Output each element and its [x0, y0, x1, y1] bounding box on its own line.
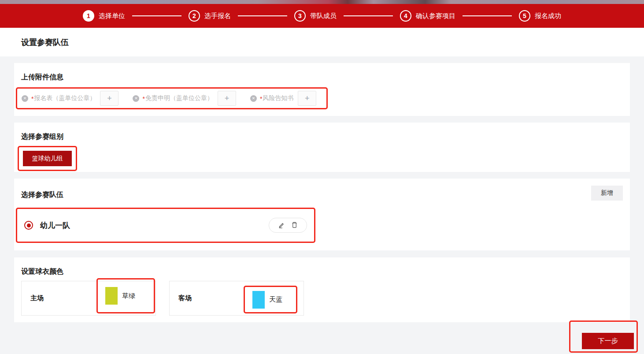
delete-team-button[interactable] [291, 221, 298, 230]
add-file-button[interactable]: + [218, 91, 236, 106]
team-actions-group [269, 218, 307, 233]
clear-status-icon: ✕ [133, 95, 139, 102]
step-connector-line [132, 15, 181, 16]
section-heading-jersey: 设置球衣颜色 [14, 257, 630, 276]
step-select-unit: 1 选择单位 [83, 10, 125, 22]
pencil-icon [278, 221, 285, 230]
section-heading-uploads: 上传附件信息 [14, 63, 630, 82]
step-confirm-events: 4 确认参赛项目 [400, 10, 455, 22]
step-label: 选择单位 [99, 12, 125, 20]
section-heading-group: 选择参赛组别 [14, 123, 630, 142]
upload-item-registration-form: ✕ * 报名表（盖单位公章） + [22, 91, 118, 106]
clear-status-icon: ✕ [22, 95, 28, 102]
home-label: 主场 [30, 294, 44, 302]
step-label: 选手报名 [204, 12, 231, 20]
group-basketball-kids-button[interactable]: 篮球幼儿组 [23, 151, 72, 166]
upload-item-disclaimer: ✕ * 免责申明（盖单位公章） + [133, 91, 236, 106]
required-mark: * [260, 95, 262, 102]
upload-label: 免责申明（盖单位公章） [145, 94, 213, 102]
home-color-swatch[interactable] [105, 287, 118, 305]
away-jersey-box: 客场 天蓝 [169, 281, 304, 316]
step-label: 确认参赛项目 [416, 12, 455, 20]
step-registration-success: 5 报名成功 [519, 10, 561, 22]
annotation-box: 幼儿一队 [16, 208, 315, 243]
add-team-button[interactable]: 新增 [591, 186, 623, 201]
team-radio-selected[interactable] [24, 221, 33, 230]
team-selection-card: 选择参赛队伍 新增 幼儿一队 [14, 179, 630, 250]
required-mark: * [142, 95, 144, 102]
annotation-box: 下一步 [569, 320, 638, 353]
step-label: 带队成员 [310, 12, 337, 20]
step-number-badge: 5 [519, 10, 530, 22]
step-connector-line [344, 15, 393, 16]
step-player-registration: 2 选手报名 [189, 10, 231, 22]
page-title: 设置参赛队伍 [21, 37, 69, 48]
home-jersey-box: 主场 草绿 [21, 281, 156, 316]
trash-icon [291, 221, 298, 230]
upload-label: 风险告知书 [263, 94, 293, 102]
step-connector-line [238, 15, 287, 16]
upload-label: 报名表（盖单位公章） [34, 94, 96, 102]
upload-item-risk-notice: ✕ * 风险告知书 + [250, 91, 316, 106]
home-color-name: 草绿 [122, 292, 135, 300]
competition-group-card: 选择参赛组别 篮球幼儿组 [14, 123, 630, 172]
away-color-swatch[interactable] [252, 291, 265, 309]
next-step-button[interactable]: 下一步 [582, 333, 634, 349]
required-mark: * [31, 95, 33, 102]
away-color-name: 天蓝 [269, 295, 282, 304]
step-team-staff: 3 带队成员 [294, 10, 337, 22]
clear-status-icon: ✕ [250, 95, 257, 102]
radio-dot [27, 224, 31, 227]
step-label: 报名成功 [535, 12, 561, 20]
edit-team-button[interactable] [278, 221, 285, 230]
annotation-box: 草绿 [96, 278, 155, 313]
stepper-nav: 1 选择单位 2 选手报名 3 带队成员 4 确认参赛项目 5 报名成功 [0, 4, 644, 28]
annotation-box: ✕ * 报名表（盖单位公章） + ✕ * 免责申明（盖单位公章） + ✕ * 风… [16, 87, 328, 109]
banner-image-strip [0, 0, 644, 4]
step-number-badge: 4 [400, 10, 411, 22]
team-name: 幼儿一队 [40, 220, 70, 231]
step-connector-line [463, 15, 512, 16]
section-heading-team: 选择参赛队伍 [21, 186, 63, 200]
step-number-badge: 1 [83, 10, 94, 22]
add-file-button[interactable]: + [298, 91, 316, 106]
away-label: 客场 [178, 294, 192, 302]
upload-attachments-card: 上传附件信息 ✕ * 报名表（盖单位公章） + ✕ * 免责申明（盖单位公章） … [14, 63, 630, 116]
step-number-badge: 3 [294, 10, 306, 22]
jersey-color-card: 设置球衣颜色 主场 草绿 客场 天蓝 [14, 257, 630, 322]
annotation-box: 天蓝 [244, 286, 297, 313]
step-number-badge: 2 [189, 10, 200, 22]
footer-bar: 下一步 [0, 322, 644, 354]
annotation-box: 篮球幼儿组 [18, 146, 77, 171]
add-file-button[interactable]: + [100, 91, 118, 106]
